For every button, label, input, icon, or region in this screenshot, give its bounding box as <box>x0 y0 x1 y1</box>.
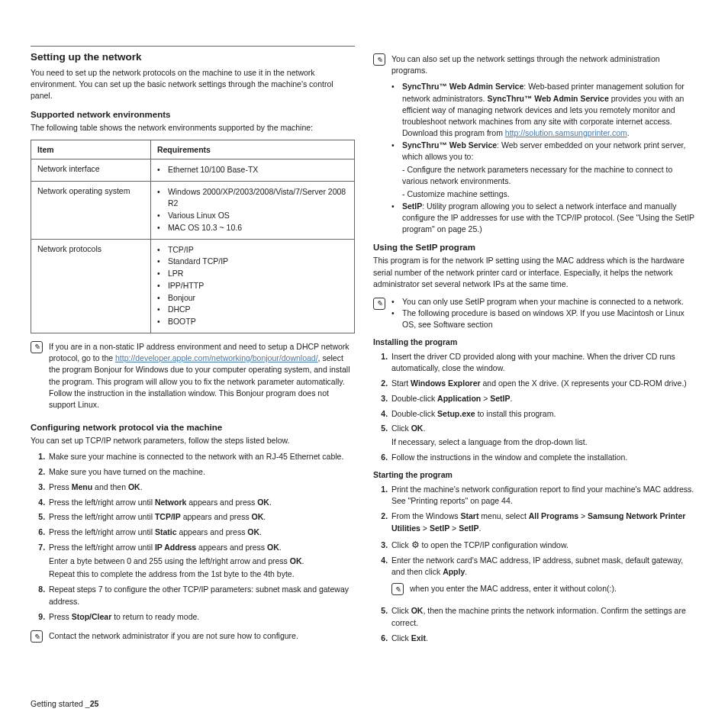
td-os-val: Windows 2000/XP/2003/2008/Vista/7/Server… <box>150 181 354 239</box>
step-6: Press the left/right arrow until Static … <box>47 527 355 539</box>
gear-icon: ⚙ <box>411 540 420 550</box>
section-title-network: Setting up the network <box>31 51 355 63</box>
cfg-steps: Make sure your machine is connected to t… <box>31 451 355 623</box>
cfg-text: You can set up TCP/IP network parameters… <box>31 435 355 446</box>
step-3: Press Menu and then OK. <box>47 482 355 494</box>
mac-note: ✎ when you enter the MAC address, enter … <box>391 581 697 599</box>
td-interface-val: Ethernet 10/100 Base-TX <box>150 159 354 181</box>
right-column: ✎ You can also set up the network settin… <box>373 46 697 653</box>
step-5: Press the left/right arrow until TCP/IP … <box>47 511 355 523</box>
install-steps: Insert the driver CD provided along with… <box>373 351 697 464</box>
step-1: Make sure your machine is connected to t… <box>47 451 355 463</box>
note-icon: ✎ <box>31 630 43 643</box>
samsung-printer-link[interactable]: http://solution.samsungprinter.com <box>505 128 627 137</box>
cfg-title: Configuring network protocol via the mac… <box>31 423 355 432</box>
admin-item-syncthru-admin: SyncThru™ Web Admin Service: Web-based p… <box>391 81 697 139</box>
admin-item-setip: SetIP: Utility program allowing you to s… <box>391 201 697 236</box>
note-icon: ✎ <box>373 53 385 66</box>
start-title: Starting the program <box>373 470 697 479</box>
td-os: Network operating system <box>31 181 151 239</box>
env-text: The following table shows the network en… <box>31 122 355 134</box>
admin-item-syncthru-web: SyncThru™ Web Service: Web server embedd… <box>391 140 697 201</box>
bonjour-link[interactable]: http://developer.apple.com/networking/bo… <box>115 353 318 362</box>
note-icon: ✎ <box>391 583 404 595</box>
step-4: Press the left/right arrow until Network… <box>47 497 355 509</box>
start-steps: Print the machine's network configuratio… <box>373 484 697 645</box>
th-item: Item <box>31 140 151 159</box>
bonjour-note: ✎ If you are in a non-static IP address … <box>31 340 355 415</box>
contact-note: ✎ Contact the network administrator if y… <box>31 629 355 646</box>
page-footer: Getting started _25 <box>31 699 98 708</box>
intro-text: You need to set up the network protocols… <box>31 67 355 102</box>
step-8: Repeat steps 7 to configure the other TC… <box>47 584 355 608</box>
note-icon: ✎ <box>31 341 43 353</box>
note-icon: ✎ <box>373 298 385 310</box>
td-proto: Network protocols <box>31 239 151 333</box>
setip-note: ✎ You can only use SetIP program when yo… <box>373 296 697 331</box>
step-7: Press the left/right arrow until IP Addr… <box>47 542 355 581</box>
td-interface: Network interface <box>31 159 151 181</box>
step-9: Press Stop/Clear to return to ready mode… <box>47 611 355 623</box>
setip-title: Using the SetIP program <box>373 243 697 252</box>
left-column: Setting up the network You need to set u… <box>31 46 355 653</box>
th-req: Requirements <box>150 140 354 159</box>
install-title: Installing the program <box>373 337 697 346</box>
admin-programs-note: ✎ You can also set up the network settin… <box>373 52 697 235</box>
section-divider <box>31 46 355 47</box>
env-table: Item Requirements Network interface Ethe… <box>31 140 355 333</box>
step-2: Make sure you have turned on the machine… <box>47 466 355 478</box>
td-proto-val: TCP/IP Standard TCP/IP LPR IPP/HTTP Bonj… <box>150 239 354 333</box>
setip-para: This program is for the network IP setti… <box>373 255 697 290</box>
env-title: Supported network environments <box>31 110 355 119</box>
